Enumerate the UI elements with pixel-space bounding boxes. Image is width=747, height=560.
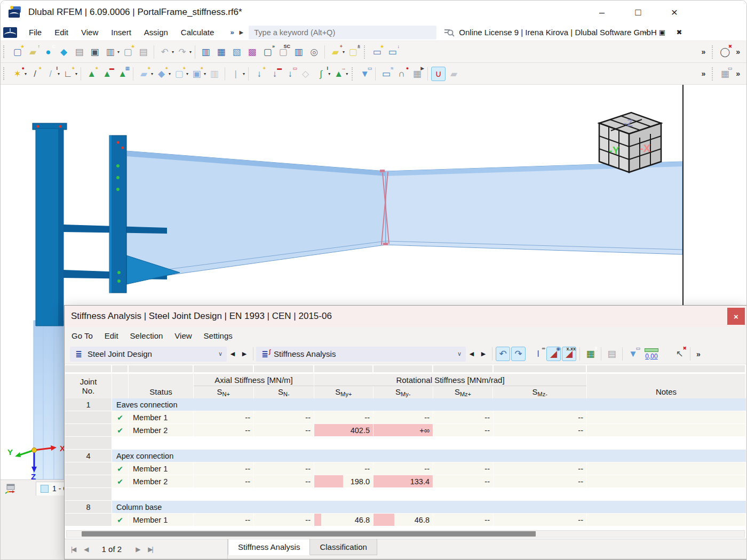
menu-view[interactable]: View [75, 25, 105, 39]
design-type-combo[interactable]: ≣ Steel Joint Design ∨ [70, 347, 227, 362]
cell-smy-plus[interactable]: 198.0 [314, 475, 374, 488]
toolbar-drag-handle[interactable] [3, 45, 6, 58]
cell-notes[interactable] [587, 424, 746, 437]
menu-assign[interactable]: Assign [138, 25, 174, 39]
member-row[interactable]: ✔Member 1------------ [65, 462, 746, 475]
cell-sn-plus[interactable]: -- [194, 514, 254, 526]
new-solid-dropdown-icon[interactable]: ▾ [169, 71, 171, 76]
support-chat-icon[interactable]: ◎ [307, 45, 321, 59]
member-row[interactable]: ✔Member 1----46.846.8---- [65, 514, 746, 526]
redo-dropdown-icon[interactable]: ▾ [189, 50, 192, 54]
new-polyline-dropdown-icon[interactable]: ▾ [75, 71, 77, 76]
member-label[interactable]: Member 2 [129, 475, 194, 488]
dialog-menu-selection[interactable]: Selection [124, 329, 169, 343]
new-line-icon[interactable]: /✶ [28, 67, 42, 81]
new-imperfection-dropdown-icon[interactable]: ▾ [328, 71, 330, 76]
dialog-menu-settings[interactable]: Settings [198, 329, 239, 343]
cell-smz-plus[interactable]: -- [433, 462, 494, 475]
new-solid-icon[interactable]: ◆✶ [154, 67, 169, 81]
cell-sn-plus[interactable]: -- [194, 462, 254, 475]
joint-number[interactable]: 1 [65, 398, 112, 411]
cell-smz-minus[interactable]: -- [494, 411, 587, 424]
toolbar-drag-handle[interactable] [712, 45, 714, 59]
cell-notes[interactable] [587, 514, 746, 526]
new-nodal-support-icon[interactable]: ▲✶ [84, 67, 99, 81]
cell-sn-plus[interactable]: -- [194, 411, 254, 424]
menu-run-icon[interactable]: ▶ [240, 29, 244, 35]
list-panel-icon[interactable]: ▥ [291, 45, 306, 59]
new-block-icon[interactable]: ▣✶ [189, 67, 204, 81]
maximize-button[interactable]: □ [630, 7, 646, 18]
menu-calculate[interactable]: Calculate [174, 25, 221, 39]
new-node-icon[interactable]: ✶● [10, 67, 25, 81]
new-polyline-icon[interactable]: ∟✶ [61, 67, 75, 81]
filter-results-icon[interactable]: ▼▭ [626, 347, 640, 361]
tables-panel-icon[interactable]: ▦ [214, 45, 228, 59]
new-solid-load-icon[interactable]: ◇ [298, 67, 313, 81]
zoom-clear-icon[interactable]: ◯✖ [718, 45, 732, 59]
mdi-minimize-icon[interactable]: – [641, 28, 649, 36]
toolbar-overflow-icon[interactable]: » [701, 69, 705, 78]
cell-sn-minus[interactable]: -- [254, 475, 314, 488]
member-row[interactable]: ✔Member 1------------ [65, 411, 746, 424]
open-model-icon[interactable]: ▰↑ [26, 45, 40, 59]
show-result-values-icon[interactable]: ◢◉ [546, 347, 561, 361]
mdi-close-icon[interactable]: ✖ [675, 28, 684, 36]
toolbar-overflow-icon[interactable]: » [696, 350, 701, 358]
cell-smz-plus[interactable]: -- [433, 424, 494, 437]
prev-page-button[interactable]: ◀ [84, 546, 88, 553]
cell-smy-plus[interactable]: -- [314, 411, 374, 424]
cell-smy-minus[interactable]: 46.8 [374, 514, 433, 526]
search-input[interactable] [249, 26, 436, 39]
print-dropdown-icon[interactable]: ▾ [117, 50, 120, 54]
joint-name[interactable]: Eaves connection [112, 398, 746, 411]
cell-smy-plus[interactable]: 46.8 [314, 514, 374, 526]
dialog-menu-edit[interactable]: Edit [99, 329, 124, 343]
toolbar-overflow-icon[interactable]: » [736, 69, 740, 78]
close-button[interactable]: × [666, 6, 682, 19]
cell-smy-plus[interactable]: 402.5 [314, 424, 374, 437]
diagram-panel-icon[interactable]: ▧ [229, 45, 244, 59]
new-nodal-load-icon[interactable]: ↓✶ [252, 67, 266, 81]
member-label[interactable]: Member 1 [129, 462, 194, 475]
cell-sn-minus[interactable]: -- [254, 462, 314, 475]
rafter-right[interactable] [386, 162, 682, 254]
undo-dropdown-icon[interactable]: ▾ [172, 50, 174, 54]
toolbar-overflow-icon[interactable]: » [701, 47, 705, 56]
cell-smz-minus[interactable]: -- [494, 462, 587, 475]
cell-smz-minus[interactable]: -- [494, 514, 587, 526]
menu-overflow-icon[interactable]: » [230, 28, 234, 36]
cell-notes[interactable] [587, 411, 746, 424]
redo-icon[interactable]: ↷ [175, 45, 189, 59]
toolbar-drag-handle[interactable] [352, 67, 354, 81]
new-model-icon[interactable]: ▢★ [10, 45, 25, 59]
edit-surface-icon[interactable]: ▰+ [328, 45, 343, 59]
export-excel-icon[interactable]: ▦X [583, 347, 598, 361]
model-data-icon[interactable]: ▤ [72, 45, 86, 59]
member-view-icon[interactable]: I∞ [531, 347, 545, 361]
new-node-dropdown-icon[interactable]: ▾ [25, 71, 27, 76]
new-surface-dropdown-icon[interactable]: ▾ [151, 71, 153, 76]
cell-notes[interactable] [587, 462, 746, 475]
edit-surface-dropdown-icon[interactable]: ▾ [343, 50, 345, 54]
insert-object-icon[interactable]: ▭★ [370, 45, 384, 59]
undo-icon[interactable]: ↶ [157, 45, 172, 59]
hscrollbar-thumb[interactable] [82, 531, 536, 537]
new-block-dropdown-icon[interactable]: ▾ [204, 71, 206, 76]
result-diagrams-icon[interactable]: ∪ [431, 67, 446, 81]
result-type-combo[interactable]: ≣∫ Stiffness Analysis ∨ [256, 347, 466, 362]
animation-icon[interactable]: ▦▶ [410, 67, 424, 81]
new-member-icon[interactable]: /I [43, 67, 58, 81]
result-type-next-button[interactable]: ▶ [478, 347, 489, 361]
cell-smy-minus[interactable]: +∞ [374, 424, 433, 437]
toolbar-drag-handle[interactable] [712, 67, 714, 81]
filter-view-icon[interactable]: ▼▭ [357, 67, 372, 81]
cell-smy-minus[interactable]: -- [374, 411, 433, 424]
new-member-load-icon[interactable]: ↓▬ [267, 67, 282, 81]
printout-report-icon[interactable]: ▤ [136, 45, 150, 59]
generate-model-icon[interactable]: ▥ [207, 67, 221, 81]
first-page-button[interactable]: |◀ [71, 546, 75, 553]
cell-sn-minus[interactable]: -- [254, 411, 314, 424]
new-member-dropdown-icon[interactable]: ▾ [58, 71, 60, 76]
cell-smz-minus[interactable]: -- [494, 424, 587, 437]
